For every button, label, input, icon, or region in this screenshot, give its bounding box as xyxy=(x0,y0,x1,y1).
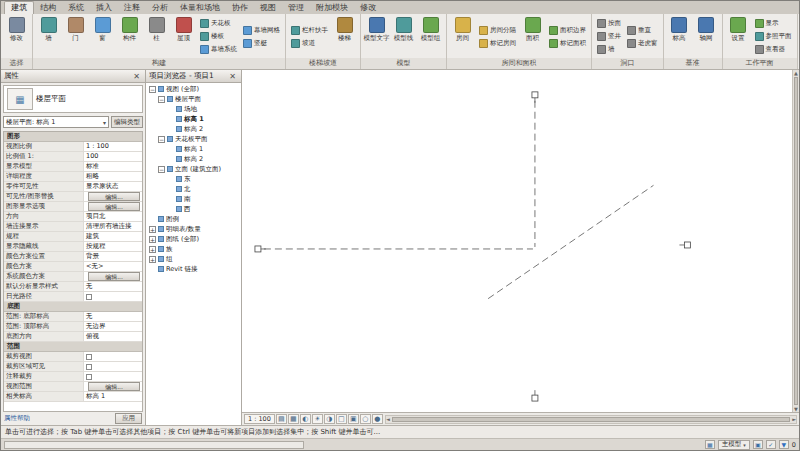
tool-model-text-icon[interactable]: 模型文字 xyxy=(363,15,390,58)
scroll-thumb[interactable] xyxy=(794,77,798,405)
property-value[interactable]: <无> xyxy=(84,262,142,271)
panel-label[interactable]: 楼梯坡道 xyxy=(286,58,360,69)
tool-roof-icon[interactable]: 屋顶 xyxy=(170,15,197,58)
panel-label[interactable]: 选择 xyxy=(1,58,32,69)
tool-area-icon[interactable]: 面积 xyxy=(519,15,546,58)
scroll-left-icon[interactable]: ◄ xyxy=(386,416,390,422)
tree-item[interactable]: 西 xyxy=(146,204,241,214)
type-selector-dropdown[interactable]: 楼层平面: 标高 1 ▾ xyxy=(3,116,109,128)
detail-level-icon[interactable]: ▦ xyxy=(288,414,299,424)
crop-view-icon[interactable]: □ xyxy=(336,414,347,424)
scroll-right-icon[interactable]: ► xyxy=(792,416,796,422)
edit-button[interactable]: 编辑... xyxy=(88,382,140,391)
ribbon-tab[interactable]: 注释 xyxy=(118,2,146,14)
apply-button[interactable]: 应用 xyxy=(115,413,142,424)
filter-icon[interactable]: ▼ xyxy=(779,440,789,449)
tree-item[interactable]: 南 xyxy=(146,194,241,204)
tree-item[interactable]: 标高 1 xyxy=(146,114,241,124)
tool-modify-icon[interactable]: 修改 xyxy=(3,15,30,58)
tool-set-workplane-icon[interactable]: 设置 xyxy=(725,15,752,58)
tool-railing-icon[interactable]: 栏杆扶手 xyxy=(289,24,330,37)
tree-item[interactable]: Revit 链接 xyxy=(146,264,241,274)
property-value[interactable]: 项目北 xyxy=(84,212,142,221)
tool-mullion-icon[interactable]: 竖梃 xyxy=(241,37,282,50)
collapse-icon[interactable]: − xyxy=(158,96,165,103)
ribbon-tab[interactable]: 体量和场地 xyxy=(174,2,226,14)
property-value[interactable]: 建筑 xyxy=(84,232,142,241)
tree-item[interactable]: −天花板平面 xyxy=(146,134,241,144)
tool-show-workplane-icon[interactable]: 显示 xyxy=(753,17,794,30)
checkbox[interactable] xyxy=(86,354,92,360)
expand-icon[interactable]: + xyxy=(149,226,156,233)
tree-item[interactable]: 图例 xyxy=(146,214,241,224)
panel-label[interactable]: 构建 xyxy=(33,58,285,69)
property-section[interactable]: 范围 xyxy=(4,342,142,352)
tool-ramp-icon[interactable]: 坡道 xyxy=(289,37,330,50)
tool-opening-by-face-icon[interactable]: 按面 xyxy=(595,17,623,30)
property-section[interactable]: 图形 xyxy=(4,132,142,142)
show-crop-region-icon[interactable]: ▣ xyxy=(348,414,359,424)
ribbon-tab[interactable]: 系统 xyxy=(62,2,90,14)
expand-icon[interactable]: + xyxy=(149,256,156,263)
ribbon-tab[interactable]: 管理 xyxy=(282,2,310,14)
close-icon[interactable]: ✕ xyxy=(227,72,238,81)
horizontal-scrollbar[interactable]: ◄ ► xyxy=(385,415,797,424)
property-value[interactable]: 无 xyxy=(84,312,142,321)
tree-item[interactable]: 东 xyxy=(146,174,241,184)
tool-model-line-icon[interactable]: 模型线 xyxy=(390,15,417,58)
edit-button[interactable]: 编辑... xyxy=(88,272,140,281)
property-value[interactable]: 背景 xyxy=(84,252,142,261)
tree-item[interactable]: +族 xyxy=(146,244,241,254)
tool-tag-area-icon[interactable]: 标记面积 xyxy=(547,37,588,50)
sun-path-icon[interactable]: ☀ xyxy=(312,414,323,424)
worksets-icon[interactable]: ▦ xyxy=(705,440,715,449)
active-workset-dropdown[interactable]: 主模型 ▾ xyxy=(718,440,750,450)
elevation-marker[interactable] xyxy=(255,246,261,252)
tree-item[interactable]: 北 xyxy=(146,184,241,194)
ribbon-tab[interactable]: 建筑 xyxy=(4,1,34,14)
design-options-icon[interactable]: ▣ xyxy=(753,440,763,449)
ribbon-tab[interactable]: 协作 xyxy=(226,2,254,14)
tree-item[interactable]: 标高 1 xyxy=(146,144,241,154)
tool-curtain-grid-icon[interactable]: 幕墙网格 xyxy=(241,24,282,37)
panel-label[interactable]: 房间和面积 xyxy=(447,58,591,69)
visual-style-icon[interactable]: ◐ xyxy=(300,414,311,424)
tree-item[interactable]: +图纸 (全部) xyxy=(146,234,241,244)
ribbon-tab[interactable]: 视图 xyxy=(254,2,282,14)
tree-item[interactable]: −视图 (全部) xyxy=(146,84,241,94)
scale-icon[interactable]: ▤ xyxy=(276,414,287,424)
tree-item[interactable]: +组 xyxy=(146,254,241,264)
collapse-icon[interactable]: − xyxy=(149,86,156,93)
checkbox[interactable] xyxy=(86,294,92,300)
tool-column-icon[interactable]: 柱 xyxy=(143,15,170,58)
tool-dormer-icon[interactable]: 老虎窗 xyxy=(625,37,660,50)
ribbon-tab[interactable]: 分析 xyxy=(146,2,174,14)
reveal-hidden-elements-icon[interactable]: ● xyxy=(372,414,383,424)
panel-label[interactable]: 模型 xyxy=(361,58,446,69)
tool-room-separator-icon[interactable]: 房间分隔 xyxy=(477,24,518,37)
tree-item[interactable]: 标高 2 xyxy=(146,154,241,164)
property-value[interactable]: 俯视 xyxy=(84,332,142,341)
tool-ceiling-icon[interactable]: 天花板 xyxy=(198,17,239,30)
checkbox[interactable] xyxy=(86,374,92,380)
close-icon[interactable]: ✕ xyxy=(131,72,142,81)
elevation-marker[interactable] xyxy=(684,242,690,248)
ribbon-tab[interactable]: 结构 xyxy=(34,2,62,14)
tree-item[interactable]: +明细表/数量 xyxy=(146,224,241,234)
property-value[interactable]: 清理所有墙连接 xyxy=(84,222,142,231)
property-value[interactable]: 标准 xyxy=(84,162,142,171)
properties-help-link[interactable]: 属性帮助 xyxy=(4,414,30,423)
tool-model-group-icon[interactable]: 模型组 xyxy=(417,15,444,58)
view-scale-button[interactable]: 1 : 100 xyxy=(244,414,275,424)
ribbon-tab[interactable]: 修改 xyxy=(354,2,382,14)
ribbon-tab[interactable]: 插入 xyxy=(90,2,118,14)
edit-button[interactable]: 编辑... xyxy=(88,192,140,201)
edit-type-button[interactable]: 编辑类型 xyxy=(111,116,143,128)
property-section[interactable]: 底图 xyxy=(4,302,142,312)
property-value[interactable]: 标高 1 xyxy=(84,392,142,401)
tree-item[interactable]: 场地 xyxy=(146,104,241,114)
tool-shaft-icon[interactable]: 竖井 xyxy=(595,30,623,43)
tool-grid-icon[interactable]: 轴网 xyxy=(693,15,720,58)
tool-wall-opening-icon[interactable]: 墙 xyxy=(595,43,623,56)
tool-tag-room-icon[interactable]: 标记房间 xyxy=(477,37,518,50)
